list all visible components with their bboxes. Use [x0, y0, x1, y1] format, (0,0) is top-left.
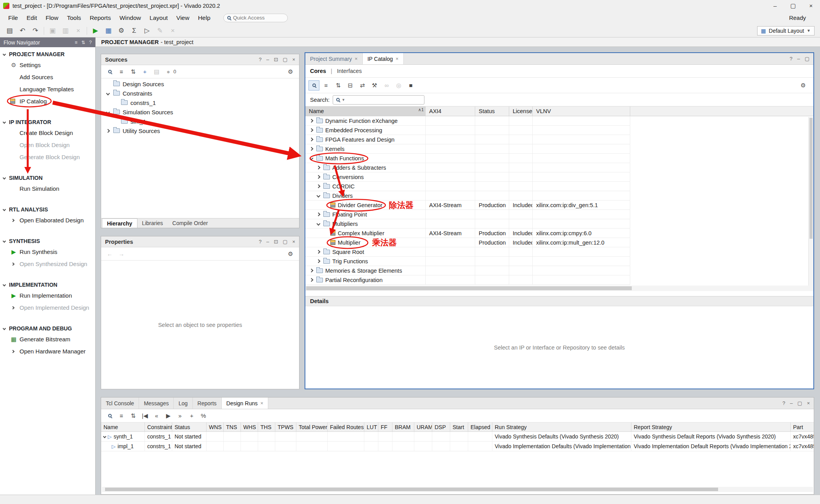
flow-item-create-block-design[interactable]: Create Block Design [0, 127, 95, 139]
column-header-elapsed[interactable]: Elapsed [468, 422, 492, 431]
sort-icon[interactable]: ⇅ [81, 40, 85, 45]
column-header-lut[interactable]: LUT [364, 422, 378, 431]
expand-collapse-icon[interactable]: ⇅ [333, 80, 344, 91]
filter-icon[interactable]: ≡ [321, 80, 332, 91]
settings-gear-icon[interactable]: ⚙ [285, 67, 296, 77]
tab-log[interactable]: Log [174, 398, 193, 409]
column-header-axi4[interactable]: AXI4 [426, 106, 475, 116]
flow-item-run-synthesis[interactable]: ▶Run Synthesis [0, 246, 95, 258]
expander-icon[interactable] [316, 213, 321, 216]
run-row-synth-1[interactable]: ▷synth_1constrs_1Not startedVivado Synth… [101, 432, 814, 442]
column-header-dsp[interactable]: DSP [432, 422, 450, 431]
tree-item-design-sources[interactable]: Design Sources [101, 79, 299, 89]
quick-access-search[interactable] [223, 14, 288, 22]
column-header-name[interactable]: Name [101, 422, 145, 431]
column-header-start[interactable]: Start [450, 422, 468, 431]
close-icon[interactable]: × [807, 400, 810, 406]
maximize-icon[interactable]: ▢ [283, 57, 287, 62]
expander-icon[interactable] [105, 92, 111, 95]
expander-icon[interactable] [308, 279, 314, 281]
column-header-wns[interactable]: WNS [207, 422, 224, 431]
scrollbar-thumb[interactable] [105, 488, 718, 491]
tree-item-constrs-1[interactable]: constrs_1 [101, 98, 299, 107]
help-icon[interactable]: ? [259, 57, 262, 62]
io-ports-icon[interactable]: ⇄ [357, 80, 368, 91]
tab-project-summary[interactable]: Project Summary× [305, 53, 363, 64]
minimize-icon[interactable]: – [790, 400, 793, 406]
ip-row-multiplier[interactable]: MultiplierProductionIncludedxilinx.com:i… [305, 238, 630, 247]
column-header-constraints[interactable]: Constraints [145, 422, 172, 431]
run-icon[interactable]: ▶ [89, 25, 102, 36]
flow-section-project-manager[interactable]: PROJECT MANAGER [0, 50, 95, 59]
expander-icon[interactable] [308, 147, 314, 150]
close-icon[interactable]: × [355, 56, 358, 62]
percent-icon[interactable]: % [198, 411, 209, 421]
menu-edit[interactable]: Edit [22, 12, 41, 23]
help-icon[interactable]: ? [790, 56, 792, 62]
maximize-icon[interactable]: ▢ [283, 239, 287, 245]
expander-icon[interactable] [316, 250, 321, 253]
flow-item-ip-catalog[interactable]: IP Catalog [0, 95, 95, 107]
flow-item-generate-block-design[interactable]: Generate Block Design [0, 151, 95, 163]
ip-row-divider-generator[interactable]: Divider GeneratorAXI4-StreamProductionIn… [305, 201, 630, 210]
ip-row-dynamic-function-exchange[interactable]: Dynamic Function eXchange [305, 116, 630, 126]
flow-section-program-and-debug[interactable]: PROGRAM AND DEBUG [0, 324, 95, 333]
search-icon[interactable] [308, 80, 319, 91]
view-tab-interfaces[interactable]: Interfaces [337, 68, 362, 74]
flow-section-synthesis[interactable]: SYNTHESIS [0, 236, 95, 246]
run-row-impl-1[interactable]: ▷impl_1constrs_1Not startedVivado Implem… [101, 442, 814, 451]
menu-view[interactable]: View [172, 12, 194, 23]
expander-icon[interactable] [308, 129, 314, 131]
column-header-bram[interactable]: BRAM [392, 422, 414, 431]
minimize-icon[interactable]: – [266, 239, 269, 245]
column-header-name[interactable]: Name∧1 [305, 106, 426, 116]
column-header-whs[interactable]: WHS [241, 422, 258, 431]
flow-section-simulation[interactable]: SIMULATION [0, 173, 95, 183]
scrollbar-thumb[interactable] [809, 118, 813, 239]
close-icon[interactable]: × [260, 400, 264, 406]
ip-row-floating-point[interactable]: Floating Point [305, 210, 630, 219]
chevron-down-icon[interactable] [103, 435, 106, 438]
ip-row-dividers[interactable]: Dividers [305, 191, 630, 201]
float-icon[interactable]: ⊡ [274, 239, 278, 245]
quick-access-input[interactable] [233, 15, 278, 21]
menu-window[interactable]: Window [115, 12, 145, 23]
expander-icon[interactable] [316, 185, 321, 188]
minimize-icon[interactable]: – [766, 0, 784, 11]
expander-icon[interactable] [308, 157, 314, 160]
menu-reports[interactable]: Reports [86, 12, 115, 23]
tree-item-constraints[interactable]: Constraints [101, 89, 299, 98]
ip-row-memories-storage-elements[interactable]: Memories & Storage Elements [305, 266, 630, 275]
close-icon[interactable]: × [292, 239, 295, 245]
minimize-icon[interactable]: – [266, 57, 269, 62]
messages-dot-icon[interactable]: ● [163, 67, 174, 77]
column-header-failed-routes[interactable]: Failed Routes [328, 422, 364, 431]
help-icon[interactable]: ? [259, 239, 262, 245]
column-header-tpws[interactable]: TPWS [275, 422, 296, 431]
ip-horizontal-scrollbar[interactable] [305, 286, 813, 291]
flow-item-settings[interactable]: ⚙Settings [0, 59, 95, 71]
ip-row-embedded-processing[interactable]: Embedded Processing [305, 126, 630, 135]
column-header-tns[interactable]: TNS [224, 422, 241, 431]
flow-item-language-templates[interactable]: Language Templates [0, 83, 95, 95]
filter-icon[interactable]: ≡ [116, 67, 127, 77]
step-forward-icon[interactable]: » [175, 411, 185, 421]
tab-messages[interactable]: Messages [139, 398, 174, 409]
step-back-icon[interactable]: « [151, 411, 162, 421]
flow-item-generate-bitstream[interactable]: ▦Generate Bitstream [0, 333, 95, 345]
column-header-status[interactable]: Status [172, 422, 207, 431]
ip-row-cordic[interactable]: CORDIC [305, 182, 630, 191]
menu-tools[interactable]: Tools [62, 12, 85, 23]
column-header-ths[interactable]: THS [258, 422, 275, 431]
filter-icon[interactable]: ≡ [116, 411, 127, 421]
ip-row-multipliers[interactable]: Multipliers [305, 219, 630, 229]
flow-section-implementation[interactable]: IMPLEMENTATION [0, 280, 95, 289]
sum-icon[interactable]: Σ [128, 25, 141, 36]
help-icon[interactable]: ? [89, 40, 92, 45]
tab-reports[interactable]: Reports [193, 398, 222, 409]
column-header-uram[interactable]: URAM [414, 422, 432, 431]
expander-icon[interactable] [316, 194, 321, 197]
column-header-ff[interactable]: FF [378, 422, 392, 431]
close-icon[interactable]: × [802, 0, 820, 11]
stop-icon[interactable]: ■ [405, 80, 416, 91]
